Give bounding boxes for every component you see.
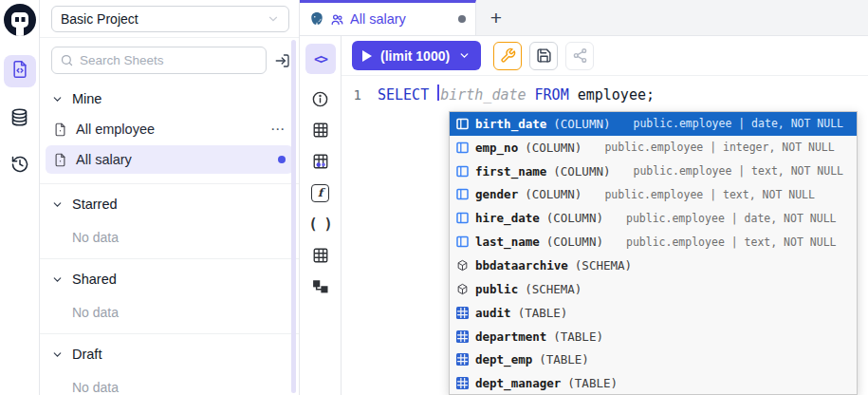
item-name: public	[475, 282, 518, 296]
new-tab-button[interactable]: +	[476, 0, 516, 35]
tab-bar: All salary +	[300, 0, 868, 36]
column-icon	[456, 188, 469, 200]
sidebar-scrollbar[interactable]	[291, 40, 296, 393]
autocomplete-item[interactable]: gender (COLUMN) public.employee | text, …	[450, 183, 857, 207]
database-icon	[9, 107, 29, 131]
autocomplete-item[interactable]: department (TABLE)	[450, 325, 857, 348]
share-sheet-button[interactable]	[565, 42, 594, 70]
item-kind: (SCHEMA)	[525, 282, 582, 296]
section-header-draft[interactable]: Draft	[40, 338, 299, 368]
table-icon	[456, 377, 469, 389]
save-icon	[536, 47, 552, 64]
search-box[interactable]	[51, 47, 267, 74]
run-query-button[interactable]: (limit 1000)	[352, 41, 481, 70]
ghost-suggestion: birth_date	[440, 85, 526, 105]
sheet-label: All employee	[76, 122, 155, 137]
search-row	[40, 38, 299, 79]
line-number: 1	[342, 85, 378, 105]
admin-mode-button[interactable]	[493, 42, 522, 70]
item-kind: (TABLE)	[518, 306, 568, 320]
autocomplete-item[interactable]: bbdataarchive (SCHEMA)	[450, 254, 857, 277]
section-header-shared[interactable]: Shared	[40, 263, 299, 293]
section-draft: Draft No data	[40, 333, 299, 395]
autocomplete-item[interactable]: hire_date (COLUMN) public.employee | dat…	[450, 206, 857, 230]
panel-masked-table-button[interactable]	[305, 146, 336, 177]
panel-code-button[interactable]: <>	[305, 44, 336, 74]
chevron-down-icon	[51, 198, 64, 211]
panel-schema-diagram-button[interactable]	[305, 272, 336, 302]
item-kind: (COLUMN)	[553, 164, 610, 179]
autocomplete-item[interactable]: public (SCHEMA)	[450, 277, 857, 301]
save-sheet-button[interactable]	[529, 42, 558, 70]
collapse-sidebar-icon[interactable]	[274, 52, 291, 69]
search-input[interactable]	[80, 53, 258, 67]
panel-functions-button[interactable]: f	[305, 178, 336, 208]
sheet-item-all-salary[interactable]: All salary	[46, 145, 293, 174]
autocomplete-item[interactable]: dept_emp (TABLE)	[450, 348, 857, 371]
item-name: hire_date	[475, 211, 540, 225]
item-kind: (SCHEMA)	[575, 258, 632, 273]
rail-item-history[interactable]	[4, 150, 36, 182]
chevron-down-icon	[51, 93, 64, 105]
item-kind: (COLUMN)	[546, 211, 603, 225]
item-kind: (COLUMN)	[553, 117, 610, 131]
active-sheet-dot	[278, 156, 286, 163]
section-label: Mine	[72, 91, 102, 106]
project-select-value: Basic Project	[61, 11, 139, 27]
autocomplete-item[interactable]: dept_manager (TABLE)	[450, 371, 857, 395]
project-select[interactable]: Basic Project	[51, 6, 289, 32]
item-name: audit	[475, 306, 511, 320]
editor-toolbar: (limit 1000)	[342, 36, 868, 76]
play-icon	[362, 50, 372, 62]
panel-tables-button[interactable]	[305, 115, 336, 145]
parentheses-icon: ( )	[308, 216, 331, 233]
item-name: birth_date	[475, 117, 546, 131]
sql-keyword: SELECT	[378, 85, 429, 105]
item-detail: public.employee | text, NOT NULL	[604, 188, 815, 201]
unsaved-dot	[458, 15, 466, 23]
table-masking-icon	[312, 153, 329, 170]
section-shared: Shared No data	[40, 258, 299, 333]
panel-procedures-button[interactable]: ( )	[305, 209, 336, 239]
autocomplete-item[interactable]: audit (TABLE)	[450, 301, 857, 325]
item-kind: (COLUMN)	[546, 235, 603, 249]
tab-all-salary[interactable]: All salary	[300, 0, 476, 35]
item-kind: (COLUMN)	[525, 141, 582, 155]
autocomplete-item[interactable]: birth_date (COLUMN) public.employee | da…	[450, 112, 857, 136]
item-name: bbdataarchive	[475, 258, 568, 273]
sheet-menu-button[interactable]: ⋯	[270, 121, 286, 138]
item-name: dept_emp	[475, 352, 532, 367]
autocomplete-item[interactable]: last_name (COLUMN) public.employee | tex…	[450, 230, 857, 254]
chevron-down-icon	[51, 348, 64, 361]
section-header-mine[interactable]: Mine	[40, 83, 299, 113]
item-name: department	[475, 329, 546, 344]
workflow-icon	[312, 278, 329, 295]
column-icon	[456, 235, 469, 248]
item-detail: public.employee | date, NOT NULL	[626, 212, 837, 225]
autocomplete-item[interactable]: emp_no (COLUMN) public.employee | intege…	[450, 136, 857, 160]
tab-label: All salary	[350, 11, 406, 27]
autocomplete-item[interactable]: first_name (COLUMN) public.employee | te…	[450, 160, 857, 183]
chevron-down-icon[interactable]	[458, 49, 471, 62]
schema-icon	[456, 259, 469, 272]
rail-item-databases[interactable]	[4, 103, 36, 135]
bytebase-logo-icon	[4, 4, 36, 36]
empty-state: No data	[40, 293, 299, 326]
panel-info-button[interactable]	[305, 84, 336, 114]
left-rail	[0, 0, 40, 395]
sql-editor-app: Basic Project	[0, 0, 868, 395]
run-button-label: (limit 1000)	[380, 48, 450, 64]
app-logo[interactable]	[4, 4, 36, 40]
item-name: first_name	[475, 164, 546, 179]
panel-views-button[interactable]	[305, 240, 336, 271]
item-kind: (TABLE)	[539, 352, 589, 367]
chevron-down-icon	[267, 12, 280, 26]
project-row: Basic Project	[40, 0, 299, 38]
sheet-item-all-employee[interactable]: All employee ⋯	[46, 115, 293, 143]
rail-item-worksheets[interactable]	[4, 55, 36, 87]
column-icon	[456, 118, 469, 130]
empty-state: No data	[40, 368, 299, 395]
shared-tab-icon	[330, 12, 344, 27]
code-line-1: 1SELECT birth_date FROM employee;	[342, 76, 868, 105]
section-header-starred[interactable]: Starred	[40, 188, 299, 218]
